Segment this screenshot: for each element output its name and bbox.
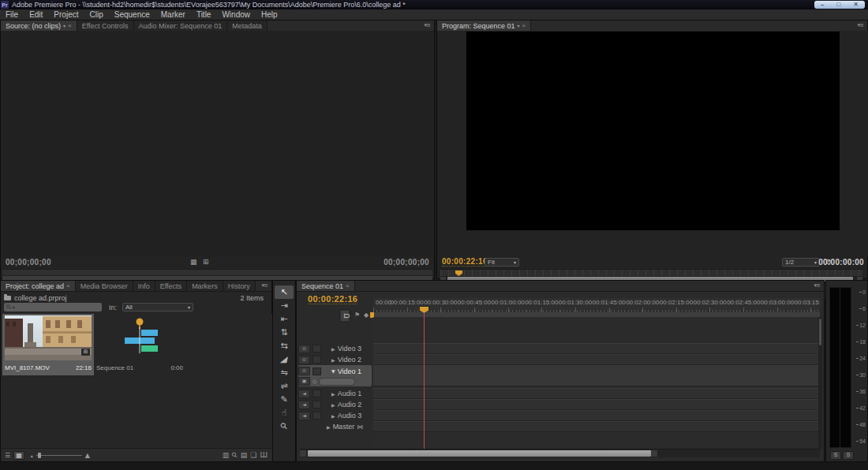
timeline-v-scrollbar[interactable]: [818, 317, 822, 449]
tab-sequence-01[interactable]: Sequence 01 ×: [297, 281, 355, 291]
panel-menu-icon[interactable]: ▾≡: [814, 282, 820, 289]
set-marker-icon[interactable]: ◆: [364, 311, 369, 319]
lock-toggle[interactable]: [312, 356, 321, 364]
chevron-right-icon[interactable]: ▶: [331, 391, 335, 397]
chevron-right-icon[interactable]: ▶: [331, 357, 335, 363]
playback-resolution-select[interactable]: 1/2 ▾: [782, 258, 820, 267]
tab-audio-mixer[interactable]: Audio Mixer: Sequence 01: [134, 21, 228, 31]
chevron-down-icon[interactable]: ▼: [331, 368, 335, 374]
tab-markers[interactable]: Markers: [187, 281, 223, 291]
video-1-lane[interactable]: [373, 365, 820, 386]
menu-clip[interactable]: Clip: [84, 9, 108, 20]
find-icon[interactable]: ⚲: [230, 450, 240, 460]
solo-left-button[interactable]: S: [830, 451, 841, 460]
menu-project[interactable]: Project: [48, 9, 84, 20]
audio-meter-bars[interactable]: [829, 287, 851, 448]
chevron-right-icon[interactable]: ▶: [327, 424, 331, 430]
close-icon[interactable]: ×: [522, 22, 526, 29]
tab-program[interactable]: Program: Sequence 01 ▾ ×: [437, 21, 531, 31]
speaker-icon[interactable]: ◄: [298, 412, 310, 420]
panel-menu-icon[interactable]: ▾≡: [262, 282, 268, 289]
menu-file[interactable]: File: [0, 9, 24, 20]
toggle-track-output-eye-icon[interactable]: ⊙: [298, 345, 310, 353]
tab-media-browser[interactable]: Media Browser: [76, 281, 133, 291]
audio-3-lane[interactable]: [373, 410, 820, 421]
set-display-style-icon[interactable]: ▣: [298, 377, 310, 386]
solo-right-button[interactable]: S: [843, 451, 854, 460]
tab-history[interactable]: History: [223, 281, 256, 291]
lock-toggle[interactable]: [312, 390, 321, 397]
menu-help[interactable]: Help: [256, 9, 283, 20]
menu-edit[interactable]: Edit: [24, 9, 48, 20]
show-keyframes-icon[interactable]: ⋈: [357, 423, 363, 431]
keyframe-icon[interactable]: ◇: [312, 379, 316, 385]
thumbnail-zoom-slider[interactable]: [36, 452, 82, 459]
encore-chapter-marker-icon[interactable]: ⚑: [354, 311, 360, 319]
tab-info[interactable]: Info: [133, 281, 155, 291]
tab-effect-controls[interactable]: Effect Controls: [77, 21, 134, 31]
video-2-track-header[interactable]: ⊙ ▶ Video 2: [298, 354, 372, 365]
close-icon[interactable]: ×: [68, 22, 72, 29]
video-3-lane[interactable]: [373, 343, 820, 354]
tab-project[interactable]: Project: college ad ×: [1, 281, 76, 291]
maximize-button[interactable]: □: [836, 2, 840, 8]
rate-stretch-tool[interactable]: ⇆: [275, 339, 294, 352]
toggle-track-output-eye-icon[interactable]: ⊙: [298, 367, 310, 375]
grid-icon[interactable]: ▦: [190, 258, 197, 266]
video-2-lane[interactable]: [373, 354, 820, 365]
tab-effects[interactable]: Effects: [155, 281, 187, 291]
track-select-tool[interactable]: ⇥: [275, 299, 294, 312]
timeline-scrollbar-thumb[interactable]: [308, 450, 651, 457]
menu-marker[interactable]: Marker: [155, 9, 191, 20]
video-3-track-header[interactable]: ⊙ ▶ Video 3: [298, 343, 372, 354]
audio-1-track-header[interactable]: ◄ ▶ Audio 1: [298, 388, 372, 399]
panel-menu-icon[interactable]: ▾≡: [425, 22, 430, 28]
timeline-h-scrollbar[interactable]: [300, 449, 820, 457]
program-playhead-marker[interactable]: [455, 270, 462, 276]
audio-2-lane[interactable]: [373, 399, 820, 410]
timeline-timecode[interactable]: 00:00:22:16: [308, 294, 357, 304]
close-button[interactable]: ✕: [853, 2, 859, 8]
audio-2-track-header[interactable]: ◄ ▶ Audio 2: [298, 399, 372, 410]
menu-sequence[interactable]: Sequence: [109, 9, 155, 20]
lock-toggle[interactable]: [312, 367, 321, 375]
scrollbar-left-box[interactable]: [300, 450, 306, 457]
snap-toggle-icon[interactable]: Ω: [340, 310, 350, 323]
search-in-select[interactable]: All ▾: [122, 303, 193, 311]
speaker-icon[interactable]: ◄: [298, 401, 310, 409]
speaker-icon[interactable]: ◄: [298, 390, 310, 398]
list-view-icon[interactable]: ☰: [5, 452, 10, 459]
selection-tool[interactable]: ↖: [275, 285, 294, 299]
slip-tool[interactable]: ⇋: [275, 366, 294, 379]
lock-toggle[interactable]: [312, 401, 321, 408]
search-input[interactable]: ⚲ ▾: [4, 303, 102, 311]
close-icon[interactable]: ×: [66, 282, 70, 289]
filmstrip-icon[interactable]: ⊞: [203, 258, 209, 266]
pen-tool[interactable]: ✎: [275, 393, 294, 406]
rolling-edit-tool[interactable]: ⇅: [275, 326, 294, 339]
program-position-timecode[interactable]: 00:00:22:16: [442, 257, 488, 267]
menu-title[interactable]: Title: [191, 9, 217, 20]
ripple-edit-tool[interactable]: ⇤: [275, 312, 294, 326]
tab-metadata[interactable]: Metadata: [227, 21, 268, 31]
chevron-right-icon[interactable]: ▶: [331, 346, 335, 352]
timeline-ruler[interactable]: 00:00 00:00:15:00 00:00:30:00 00:00:45:0…: [373, 298, 820, 313]
chevron-right-icon[interactable]: ▶: [331, 402, 335, 408]
tab-source[interactable]: Source: (no clips) ▾ ×: [1, 21, 77, 31]
project-item-clip[interactable]: ⊞ MVI_8107.MOV 22:16: [2, 314, 94, 375]
project-item-sequence[interactable]: Sequence 01 0:00: [94, 314, 185, 375]
video-1-track-header[interactable]: ⊙ ▼ Video 1 ▣ ◇: [298, 365, 372, 386]
audio-1-lane[interactable]: [373, 388, 820, 399]
scrollbar-right-box[interactable]: [651, 450, 657, 457]
slide-tool[interactable]: ⇌: [275, 379, 294, 393]
icon-view-icon[interactable]: ▦: [13, 451, 24, 460]
zoom-level-select[interactable]: Fit ▾: [485, 258, 519, 267]
lock-toggle[interactable]: [312, 345, 321, 352]
menu-window[interactable]: Window: [216, 9, 256, 20]
minimize-button[interactable]: –: [821, 2, 824, 8]
chevron-right-icon[interactable]: ▶: [331, 413, 335, 419]
panel-menu-icon[interactable]: ▾≡: [858, 22, 863, 28]
master-track-header[interactable]: ▶ Master ⋈: [298, 421, 372, 432]
lock-toggle[interactable]: [312, 412, 321, 420]
close-icon[interactable]: ×: [346, 282, 350, 289]
